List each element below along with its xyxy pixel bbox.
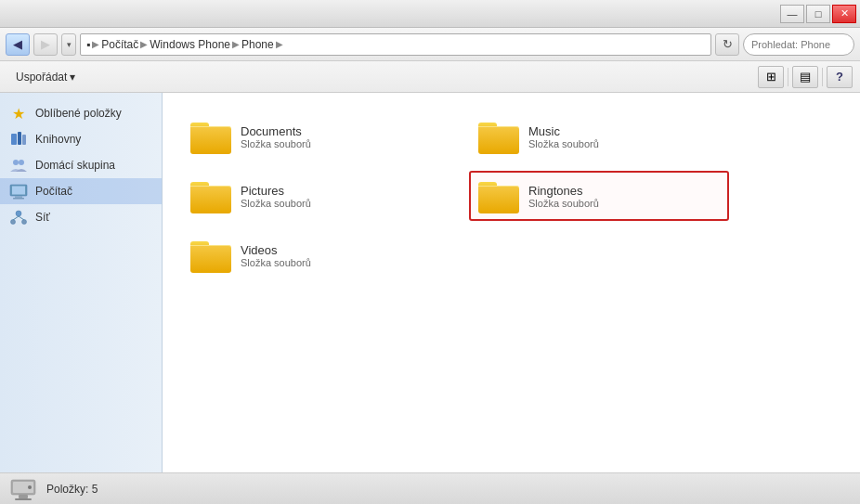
svg-rect-0 [11, 134, 17, 145]
folder-ringtones[interactable]: Ringtones Složka souborů [469, 171, 729, 221]
folder-icon-ringtones [478, 178, 519, 213]
sidebar-label-homegroup: Domácí skupina [35, 159, 115, 172]
path-arrow-0: ▶ [92, 39, 99, 49]
svg-rect-2 [22, 135, 26, 145]
sidebar-label-favorites: Oblíbené položky [35, 107, 122, 120]
view-change-button[interactable]: ⊞ [758, 66, 784, 88]
search-input[interactable] [751, 39, 860, 50]
sidebar-label-libraries: Knihovny [35, 133, 81, 146]
address-path[interactable]: ▪ ▶ Počítač ▶ Windows Phone ▶ Phone ▶ [80, 33, 711, 56]
organize-arrow: ▾ [70, 71, 75, 84]
path-arrow-3: ▶ [276, 39, 283, 49]
path-arrow-1: ▶ [140, 39, 148, 49]
toolbar-right: ⊞ ▤ ? [758, 66, 853, 88]
refresh-button[interactable]: ↻ [715, 33, 739, 56]
star-icon: ★ [9, 105, 28, 122]
folder-icon-videos [190, 238, 231, 273]
network-icon [9, 209, 28, 226]
svg-line-13 [19, 216, 24, 220]
close-button[interactable]: ✕ [832, 5, 856, 23]
file-area: Documents Složka souborů Music Složka so… [163, 93, 860, 472]
search-box[interactable]: 🔍 [743, 33, 854, 56]
toolbar-divider [788, 68, 788, 86]
folder-icon-music [478, 119, 519, 154]
forward-button[interactable]: ▶ [33, 33, 58, 56]
window-controls: — □ ✕ [780, 5, 856, 23]
folder-name-documents: Documents [241, 124, 311, 138]
folder-name-pictures: Pictures [241, 184, 311, 198]
path-arrow-2: ▶ [232, 39, 240, 49]
folder-videos[interactable]: Videos Složka souborů [181, 230, 441, 280]
svg-rect-17 [15, 498, 32, 500]
svg-rect-6 [12, 186, 25, 194]
svg-rect-8 [13, 198, 24, 200]
folder-name-music: Music [528, 124, 599, 138]
folder-type-music: Složka souborů [528, 138, 599, 149]
back-button[interactable]: ◀ [6, 33, 30, 56]
path-segment-computer[interactable]: Počítač [101, 38, 138, 51]
libraries-icon [9, 131, 28, 148]
sidebar-item-homegroup[interactable]: Domácí skupina [0, 152, 162, 178]
svg-rect-1 [18, 132, 21, 145]
svg-point-9 [16, 211, 21, 216]
svg-point-18 [28, 485, 32, 489]
help-button[interactable]: ? [827, 66, 853, 88]
minimize-button[interactable]: — [780, 5, 804, 23]
folder-documents[interactable]: Documents Složka souborů [181, 111, 441, 162]
maximize-button[interactable]: □ [806, 5, 830, 23]
toolbar: Uspořádat ▾ ⊞ ▤ ? [0, 61, 860, 93]
sidebar: ★ Oblíbené položky Knihovny [0, 93, 163, 472]
organize-label: Uspořádat [16, 71, 67, 84]
folder-icon-documents [190, 119, 231, 154]
folder-name-ringtones: Ringtones [528, 184, 599, 198]
svg-rect-7 [15, 196, 22, 198]
path-segment-phone[interactable]: Phone [241, 38, 274, 51]
folder-type-documents: Složka souborů [241, 138, 311, 149]
title-bar: — □ ✕ [0, 0, 860, 28]
svg-point-11 [22, 220, 27, 225]
address-bar: ◀ ▶ ▾ ▪ ▶ Počítač ▶ Windows Phone ▶ Phon… [0, 28, 860, 61]
path-segment-windowsphone[interactable]: Windows Phone [150, 38, 230, 51]
organize-button[interactable]: Uspořádat ▾ [7, 67, 84, 87]
sidebar-label-network: Síť [35, 211, 50, 224]
history-dropdown[interactable]: ▾ [61, 33, 76, 56]
folder-type-videos: Složka souborů [241, 257, 311, 268]
folder-type-pictures: Složka souborů [241, 198, 311, 209]
svg-rect-16 [19, 495, 28, 498]
folder-info-ringtones: Ringtones Složka souborů [528, 184, 599, 209]
svg-point-4 [19, 160, 24, 165]
homegroup-icon [9, 157, 28, 174]
computer-icon [9, 183, 28, 200]
svg-point-10 [11, 220, 16, 225]
sidebar-item-favorites[interactable]: ★ Oblíbené položky [0, 100, 162, 126]
folder-info-documents: Documents Složka souborů [241, 124, 311, 149]
toolbar-divider2 [822, 68, 823, 86]
sidebar-label-computer: Počítač [35, 185, 72, 198]
svg-line-12 [13, 216, 19, 220]
folder-name-videos: Videos [241, 243, 311, 257]
status-text: Položky: 5 [46, 483, 98, 496]
status-bar: Položky: 5 [0, 472, 860, 504]
svg-point-3 [13, 160, 19, 165]
layout-button[interactable]: ▤ [792, 66, 818, 88]
folder-type-ringtones: Složka souborů [528, 198, 599, 209]
folder-pictures[interactable]: Pictures Složka souborů [181, 171, 441, 221]
path-root-icon: ▪ [86, 38, 90, 51]
folder-icon-pictures [190, 178, 231, 213]
folder-info-videos: Videos Složka souborů [241, 243, 311, 268]
sidebar-item-computer[interactable]: Počítač [0, 178, 162, 204]
main-content: ★ Oblíbené položky Knihovny [0, 93, 860, 472]
folder-info-pictures: Pictures Složka souborů [241, 184, 311, 209]
folder-music[interactable]: Music Složka souborů [469, 111, 729, 162]
sidebar-item-libraries[interactable]: Knihovny [0, 126, 162, 152]
sidebar-item-network[interactable]: Síť [0, 204, 162, 230]
drive-icon [9, 478, 37, 500]
folder-info-music: Music Složka souborů [528, 124, 599, 149]
